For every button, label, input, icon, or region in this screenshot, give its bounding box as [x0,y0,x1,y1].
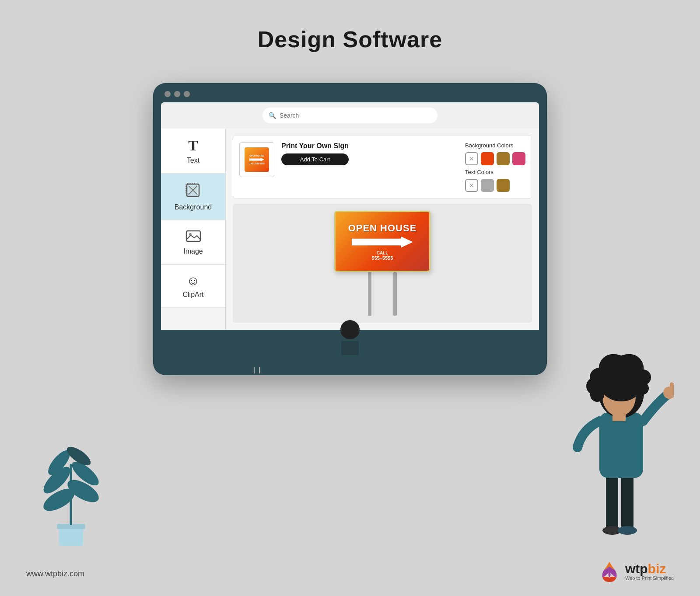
text-icon: T [188,137,198,154]
sign-pole-left [368,272,371,316]
svg-point-26 [590,388,604,402]
text-color-row: ✕ [465,179,525,192]
screen-body: T Text [161,129,539,330]
mini-sign-open-house: OPEN HOUSE [249,154,264,157]
product-name: Print Your Own Sign [281,142,349,150]
footer-url: www.wtpbiz.com [26,569,84,578]
monitor-stand [161,330,539,375]
svg-rect-14 [606,474,618,530]
monitor-circle [340,320,360,339]
product-info: Print Your Own Sign Add To Cart [281,142,349,165]
sign-arrow [352,237,413,248]
clipart-icon: ☺ [186,273,200,288]
sign-pole-right [393,272,397,316]
person [569,316,674,557]
wtp-text: wtpbiz Web to Print Simplified [625,562,674,581]
background-colors-title: Background Colors [465,142,525,149]
sidebar-item-text-label: Text [187,157,200,164]
sidebar-item-background-label: Background [175,203,212,211]
search-bar-area: 🔍 [161,102,539,129]
svg-rect-29 [612,412,626,421]
mini-sign-call: CALL 555-5555 [249,162,265,165]
monitor-neck [341,341,359,357]
sidebar-item-image[interactable]: Image [161,220,225,265]
monitor: 🔍 T Text [153,83,547,375]
sign-poles [368,272,397,316]
sign-call-label: CALL [377,251,388,255]
mini-sign-arrow [249,158,264,161]
canvas-area: OPEN HOUSE CALL 555–5555 [233,204,532,323]
svg-rect-18 [599,412,643,478]
mini-sign: OPEN HOUSE CALL 555-5555 [245,147,269,172]
product-row: OPEN HOUSE CALL 555-5555 Print You [233,136,532,199]
wtp-name-biz: biz [648,561,666,576]
svg-point-28 [636,382,649,395]
monitor-screen: 🔍 T Text [161,102,539,330]
product-thumbnail: OPEN HOUSE CALL 555-5555 [239,142,274,177]
sidebar-item-image-label: Image [183,247,203,255]
monitor-base [306,355,394,366]
search-input[interactable] [280,108,431,123]
sidebar-item-text[interactable]: T Text [161,129,225,174]
svg-rect-3 [186,231,200,241]
svg-rect-15 [621,474,634,530]
monitor-wrapper: 🔍 T Text [153,83,547,375]
sign-phone-number: 555–5555 [372,255,393,261]
sign-container: OPEN HOUSE CALL 555–5555 [334,211,430,316]
background-color-row: ✕ [465,152,525,165]
text-colors-title: Text Colors [465,169,525,175]
background-color-gold[interactable] [497,152,510,165]
text-color-gray[interactable] [481,179,494,192]
image-icon [186,229,201,245]
page-title: Design Software [0,0,700,52]
sidebar-item-clipart[interactable]: ☺ ClipArt [161,265,225,308]
svg-point-17 [618,526,637,535]
main-panel: OPEN HOUSE CALL 555-5555 Print You [226,129,539,330]
sign-open-house-text: OPEN HOUSE [348,223,417,234]
background-icon [185,182,202,201]
text-color-clear[interactable]: ✕ [465,179,478,192]
search-icon: 🔍 [269,112,276,119]
text-color-gold[interactable] [497,179,510,192]
background-color-pink[interactable] [512,152,525,165]
background-color-clear[interactable]: ✕ [465,152,478,165]
add-to-cart-button[interactable]: Add To Cart [281,153,349,165]
monitor-dot-1 [164,91,171,97]
plant [35,412,105,552]
monitor-dot-2 [174,91,180,97]
wtp-logo-icon [598,560,621,583]
wtp-tagline: Web to Print Simplified [625,575,674,581]
sign-board: OPEN HOUSE CALL 555–5555 [334,211,430,272]
wtp-brand-name: wtpbiz [625,562,674,575]
wtp-name-wtp: wtp [625,561,648,576]
sidebar: T Text [161,129,226,330]
sidebar-item-clipart-label: ClipArt [182,291,203,299]
footer-right: wtpbiz Web to Print Simplified [598,560,674,583]
footer-left: www.wtpbiz.com [26,569,84,579]
color-section: Background Colors ✕ Text Colors ✕ [465,142,525,192]
sidebar-item-background[interactable]: Background [161,174,225,220]
search-bar[interactable]: 🔍 [262,108,438,123]
background-color-red[interactable] [481,152,494,165]
monitor-dot-3 [184,91,190,97]
monitor-dots [161,91,539,97]
